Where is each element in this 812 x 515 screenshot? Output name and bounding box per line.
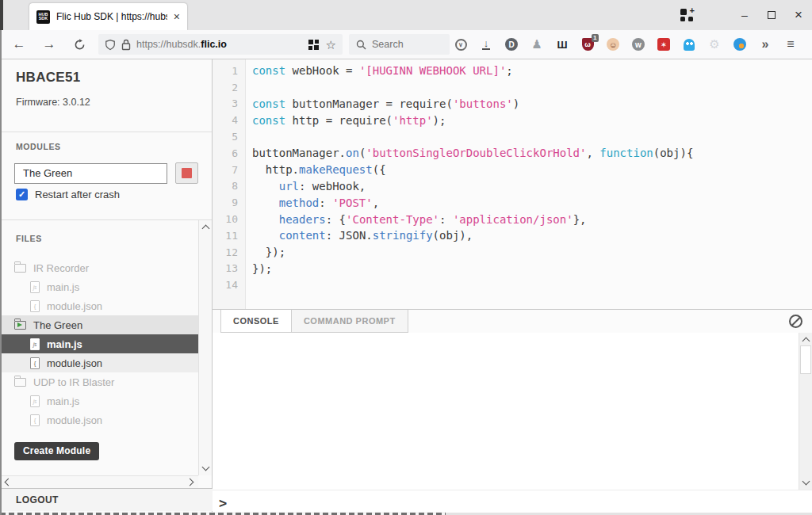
wave-extension-icon[interactable]: w: [631, 37, 645, 52]
code-line[interactable]: 8 url: webHook,: [213, 178, 812, 195]
scrollbar-thumb[interactable]: [800, 345, 811, 374]
scroll-left-icon[interactable]: [5, 479, 13, 486]
line-number: 14: [213, 279, 246, 291]
code-line[interactable]: 6buttonManager.on('buttonSingleOrDoubleC…: [213, 145, 812, 162]
code-line[interactable]: 1const webHook = '[HUGINN WEBHOOK URL]';: [213, 63, 812, 79]
code-line[interactable]: 13});: [213, 261, 812, 277]
close-button[interactable]: ×: [785, 0, 812, 30]
console-scrollbar[interactable]: [799, 333, 812, 490]
minimize-button[interactable]: –: [731, 0, 758, 30]
window-titlebar: HUBSDK Flic Hub SDK | https://hubsdk.fl …: [0, 0, 812, 30]
line-number: 13: [213, 262, 246, 274]
file-tree-item-module-json[interactable]: {module.json: [0, 296, 198, 315]
line-number: 4: [213, 114, 246, 126]
sidebar: HBACE51 Firmware: 3.0.12 MODULES The Gre…: [0, 59, 213, 515]
download-icon[interactable]: ↓: [479, 37, 493, 52]
badge-count: 1: [592, 34, 599, 42]
shield-extension-icon[interactable]: ω1: [580, 37, 595, 52]
file-tree-item-main-js[interactable]: jsmain.js: [0, 277, 198, 296]
code-line[interactable]: 14: [213, 277, 812, 293]
robot-extension-icon[interactable]: ♟: [530, 37, 544, 52]
js-file-icon: js: [30, 338, 40, 350]
code-text: buttonManager.on('buttonSingleOrDoubleCl…: [246, 147, 693, 159]
code-line[interactable]: 12 });: [213, 244, 812, 261]
file-tree-item-module-json[interactable]: {module.json: [0, 353, 198, 372]
line-number: 1: [213, 65, 246, 77]
code-line[interactable]: 4const http = require('http');: [213, 112, 812, 128]
url-domain: flic.io: [201, 39, 227, 50]
maximize-button[interactable]: [758, 0, 785, 30]
modules-section-label: MODULES: [16, 142, 61, 151]
line-number: 6: [213, 147, 246, 159]
page-action-grid-icon[interactable]: [308, 40, 319, 50]
scroll-right-icon[interactable]: [186, 479, 194, 486]
line-number: 7: [213, 164, 246, 176]
console-tab-console[interactable]: CONSOLE: [220, 310, 292, 333]
reload-button[interactable]: [67, 30, 92, 59]
bookmark-star-icon[interactable]: ☆: [326, 39, 336, 51]
code-line[interactable]: 2: [213, 79, 812, 96]
code-line[interactable]: 11 content: JSON.stringify(obj),: [213, 227, 812, 244]
pocket-icon[interactable]: ∨: [454, 37, 468, 52]
module-select[interactable]: The Green: [14, 163, 167, 184]
line-number: 2: [213, 82, 246, 93]
tab-groups-icon[interactable]: +: [680, 8, 695, 22]
background-window-sliver: [0, 512, 446, 515]
file-tree-item-module-json[interactable]: {module.json: [0, 410, 198, 429]
code-line[interactable]: 9 method: 'POST',: [213, 194, 812, 211]
lock-icon[interactable]: [121, 39, 131, 51]
code-editor[interactable]: 1const webHook = '[HUGINN WEBHOOK URL]';…: [213, 59, 812, 309]
scroll-down-icon[interactable]: [202, 464, 210, 471]
code-line[interactable]: 10 headers: {'Content-Type': 'applicatio…: [213, 211, 812, 227]
code-line[interactable]: 5: [213, 128, 812, 145]
files-horizontal-scrollbar[interactable]: [0, 475, 198, 488]
code-text: method: 'POST',: [246, 196, 379, 209]
browser-tab[interactable]: HUBSDK Flic Hub SDK | https://hubsdk.fl …: [29, 3, 187, 30]
json-file-icon: {: [30, 414, 40, 426]
file-label: module.json: [47, 300, 102, 312]
code-text: headers: {'Content-Type': 'application/j…: [246, 213, 586, 226]
wand-extension-icon[interactable]: ✶: [657, 37, 671, 52]
create-module-button[interactable]: Create Module: [14, 442, 99, 460]
address-bar[interactable]: https://hubsdk.flic.io ☆: [98, 34, 343, 55]
scroll-down-icon[interactable]: [802, 478, 810, 486]
files-vertical-scrollbar[interactable]: [198, 220, 212, 475]
file-tree-item-main-js[interactable]: jsmain.js: [0, 391, 198, 410]
code-lines: 1const webHook = '[HUGINN WEBHOOK URL]';…: [213, 63, 812, 293]
forward-button[interactable]: →: [36, 30, 62, 59]
disabled-extension-icon[interactable]: ⚙: [707, 37, 722, 52]
console-prompt-icon: >: [219, 495, 227, 511]
back-button[interactable]: ←: [6, 30, 32, 59]
code-line[interactable]: 3const buttonManager = require('buttons'…: [213, 96, 812, 113]
blue-extension-icon[interactable]: [733, 37, 747, 52]
file-label: main.js: [47, 281, 79, 293]
restart-after-crash-checkbox[interactable]: [16, 189, 28, 200]
stop-module-button[interactable]: [175, 162, 198, 184]
reload-icon: [74, 39, 86, 51]
file-tree-item-main-js[interactable]: jsmain.js: [0, 334, 198, 353]
overflow-chevron-icon[interactable]: »: [758, 37, 772, 52]
clear-console-icon[interactable]: [789, 315, 802, 328]
ghostery-icon[interactable]: [682, 37, 696, 52]
menu-icon[interactable]: ≡: [783, 37, 798, 52]
wappalyzer-icon[interactable]: Ш: [555, 37, 569, 52]
file-tree-item-the-green[interactable]: The Green: [0, 315, 198, 334]
file-tree-item-udp-to-ir-blaster[interactable]: UDP to IR Blaster: [0, 372, 198, 391]
tracking-shield-icon[interactable]: [105, 39, 116, 51]
scroll-up-icon[interactable]: [802, 338, 810, 345]
code-text: url: webHook,: [246, 180, 366, 193]
console-tab-command-prompt[interactable]: COMMAND PROMPT: [292, 310, 408, 333]
line-number: 11: [213, 230, 246, 242]
file-label: main.js: [47, 395, 79, 407]
code-text: const webHook = '[HUGINN WEBHOOK URL]';: [246, 64, 513, 77]
line-number: 8: [213, 180, 246, 192]
monkey-extension-icon[interactable]: ☺: [606, 37, 620, 52]
tab-close-icon[interactable]: ×: [174, 11, 180, 22]
divider: [0, 219, 212, 220]
duckduckgo-icon[interactable]: D: [504, 37, 519, 52]
logout-button[interactable]: LOGOUT: [0, 488, 213, 511]
code-line[interactable]: 7 http.makeRequest({: [213, 162, 812, 178]
scroll-up-icon[interactable]: [202, 225, 210, 233]
search-bar[interactable]: Search: [349, 34, 450, 55]
file-tree-item-ir-recorder[interactable]: IR Recorder: [0, 258, 198, 277]
